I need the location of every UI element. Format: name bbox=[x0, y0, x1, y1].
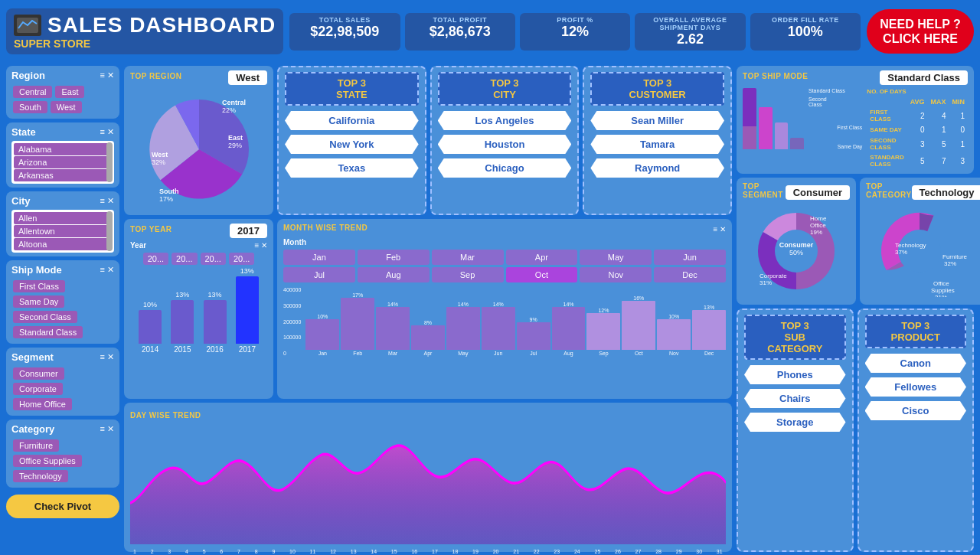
svg-text:Supplies: Supplies bbox=[931, 287, 955, 294]
top3-state-panel: TOP 3STATE California New York Texas bbox=[277, 66, 426, 215]
month-apr[interactable]: Apr bbox=[506, 250, 578, 265]
region-filter-icons[interactable]: ≡ ✕ bbox=[100, 70, 114, 80]
year-filter-2014[interactable]: 20... bbox=[143, 253, 168, 265]
city-item-allen[interactable]: Allen bbox=[14, 212, 112, 224]
shipmode-tag-secondclass[interactable]: Second Class bbox=[13, 311, 77, 323]
shipmode-filter: Ship Mode ≡ ✕ First Class Same Day Secon… bbox=[6, 260, 119, 344]
region-tag-central[interactable]: Central bbox=[13, 86, 52, 98]
city-scrollbar[interactable] bbox=[106, 211, 113, 251]
state-scrollbar[interactable] bbox=[106, 142, 113, 182]
shipmode-row-firstclass: FIRST CLASS 241 bbox=[867, 107, 968, 124]
top-shipmode-panel: TOP SHIP MODE Standard Class bbox=[737, 66, 974, 174]
top3-product-item-2: Fellowes bbox=[865, 377, 967, 397]
shipmode-tag-standardclass[interactable]: Standard Class bbox=[13, 326, 83, 338]
month-aug[interactable]: Aug bbox=[358, 267, 430, 282]
city-list[interactable]: Allen Allentown Altoona bbox=[11, 210, 114, 253]
logo-title: SALES DASHBOARD bbox=[47, 13, 276, 38]
year-bar-2015: 13% 2015 bbox=[168, 291, 196, 354]
month-bar-oct: 16% Oct bbox=[622, 295, 655, 356]
segment-category-row: TOP SEGMENT Consumer Cons bbox=[737, 178, 974, 305]
shipmode-row-standardclass: STANDARD CLASS 573 bbox=[867, 152, 968, 169]
shipmode-row-secondclass: SECOND CLASS 351 bbox=[867, 135, 968, 152]
shipmode-table: AVG MAX MIN FIRST CLASS 241 SAME D bbox=[867, 96, 968, 169]
year-filter-2015[interactable]: 20... bbox=[172, 253, 197, 265]
segment-tag-homeoffice[interactable]: Home Office bbox=[13, 398, 72, 410]
state-list[interactable]: Alabama Arizona Arkansas bbox=[11, 141, 114, 184]
category-tag-furniture[interactable]: Furniture bbox=[13, 439, 59, 452]
city-filter-title: City bbox=[11, 195, 31, 207]
category-filter-title: Category bbox=[11, 423, 54, 435]
top3-product-panel: TOP 3PRODUCT Canon Fellowes Cisco bbox=[858, 309, 975, 552]
shipmode-tag-firstclass[interactable]: First Class bbox=[13, 280, 65, 292]
svg-text:Central: Central bbox=[222, 99, 246, 106]
city-filter-icons[interactable]: ≡ ✕ bbox=[100, 196, 114, 206]
category-tags: Furniture Office Supplies Technology bbox=[11, 438, 114, 484]
top3-subcategory-panel: TOP 3SUB CATEGORY Phones Chairs Storage bbox=[737, 309, 854, 552]
state-filter-icons[interactable]: ≡ ✕ bbox=[100, 127, 114, 137]
month-feb[interactable]: Feb bbox=[358, 250, 430, 265]
segment-tags: Consumer Corporate Home Office bbox=[11, 366, 114, 412]
shipmode-tag-sameday[interactable]: Same Day bbox=[13, 295, 64, 308]
top3-customer-panel: TOP 3CUSTOMER Sean Miller Tamara Raymond bbox=[583, 66, 732, 215]
help-button[interactable]: NEED HELP ? CLICK HERE bbox=[867, 9, 974, 54]
segment-tag-corporate[interactable]: Corporate bbox=[13, 383, 63, 395]
top3-state-item-3: Texas bbox=[285, 158, 419, 178]
month-sep[interactable]: Sep bbox=[432, 267, 504, 282]
year-filter-2017[interactable]: 20... bbox=[229, 253, 254, 265]
month-bar-jun: 14% Jun bbox=[482, 302, 515, 356]
year-filter-2016[interactable]: 20... bbox=[201, 253, 226, 265]
month-dec[interactable]: Dec bbox=[654, 267, 726, 282]
state-item-arkansas[interactable]: Arkansas bbox=[14, 169, 112, 181]
city-item-altoona[interactable]: Altoona bbox=[14, 238, 112, 250]
month-mar[interactable]: Mar bbox=[432, 250, 504, 265]
state-item-alabama[interactable]: Alabama bbox=[14, 143, 112, 155]
top-shipmode-value: Standard Class bbox=[880, 70, 968, 85]
category-filter-icons[interactable]: ≡ ✕ bbox=[100, 424, 114, 434]
svg-text:17%: 17% bbox=[159, 195, 173, 203]
region-tags: Central East South West bbox=[11, 84, 114, 115]
state-item-arizona[interactable]: Arizona bbox=[14, 156, 112, 168]
top3-city-item-1: Los Angeles bbox=[438, 111, 572, 130]
region-tag-south[interactable]: South bbox=[13, 101, 47, 113]
segment-tag-consumer[interactable]: Consumer bbox=[13, 367, 64, 380]
main-content: Region ≡ ✕ Central East South West State… bbox=[0, 63, 980, 555]
region-tag-east[interactable]: East bbox=[55, 86, 84, 98]
state-filter: State ≡ ✕ Alabama Arizona Arkansas bbox=[6, 122, 119, 188]
kpi-card-profit-%: PROFIT %12% bbox=[520, 13, 630, 51]
shipmode-filter-icons[interactable]: ≡ ✕ bbox=[100, 265, 114, 275]
header: SALES DASHBOARD SUPER STORE TOTAL SALES$… bbox=[0, 0, 980, 63]
shipmode-bar-labels: SecondClass First Class Same Day Standar… bbox=[808, 88, 862, 149]
svg-text:East: East bbox=[228, 134, 243, 142]
day-axis-labels: 123 456 789 101112 131415 161718 192021 … bbox=[130, 549, 726, 554]
check-pivot-button[interactable]: Check Pivot bbox=[6, 495, 119, 518]
top3-city-panel: TOP 3CITY Los Angeles Houston Chicago bbox=[430, 66, 580, 215]
month-nov[interactable]: Nov bbox=[580, 267, 652, 282]
month-bar-dec: 13% Dec bbox=[692, 305, 726, 356]
top3-product-title: TOP 3PRODUCT bbox=[865, 315, 967, 348]
svg-text:Technology: Technology bbox=[895, 242, 926, 249]
shipmode-bar-standard bbox=[743, 88, 756, 149]
month-bar-may: 14% May bbox=[446, 302, 480, 356]
city-filter: City ≡ ✕ Allen Allentown Altoona bbox=[6, 191, 119, 256]
category-tag-officesupplies[interactable]: Office Supplies bbox=[13, 455, 82, 467]
top-category-title: TOP CATEGORY bbox=[866, 182, 912, 199]
center-top-row: TOP REGION West bbox=[124, 66, 732, 215]
year-bar-2016: 13% 2016 bbox=[201, 291, 229, 354]
kpi-card-total-profit: TOTAL PROFIT$2,86,673 bbox=[405, 13, 515, 51]
month-jun[interactable]: Jun bbox=[654, 250, 726, 265]
center-mid-row: TOP YEAR 2017 Year ≡ ✕ 20... 20... 20...… bbox=[124, 219, 732, 399]
shipmode-visual bbox=[743, 88, 804, 149]
top-region-panel: TOP REGION West bbox=[124, 66, 273, 215]
month-jan[interactable]: Jan bbox=[283, 250, 355, 265]
region-tag-west[interactable]: West bbox=[51, 101, 82, 113]
month-jul[interactable]: Jul bbox=[283, 267, 355, 282]
top3-customer-item-2: Tamara bbox=[590, 135, 724, 154]
month-oct[interactable]: Oct bbox=[506, 267, 578, 282]
city-item-allentown[interactable]: Allentown bbox=[14, 225, 112, 237]
segment-filter-icons[interactable]: ≡ ✕ bbox=[100, 352, 114, 362]
category-tag-technology[interactable]: Technology bbox=[13, 470, 68, 482]
month-trend-icons[interactable]: ≡ ✕ bbox=[713, 225, 726, 233]
month-may[interactable]: May bbox=[580, 250, 652, 265]
day-trend-panel: DAY WISE TREND 123 456 789 bbox=[124, 403, 732, 552]
svg-text:Home: Home bbox=[810, 215, 827, 222]
